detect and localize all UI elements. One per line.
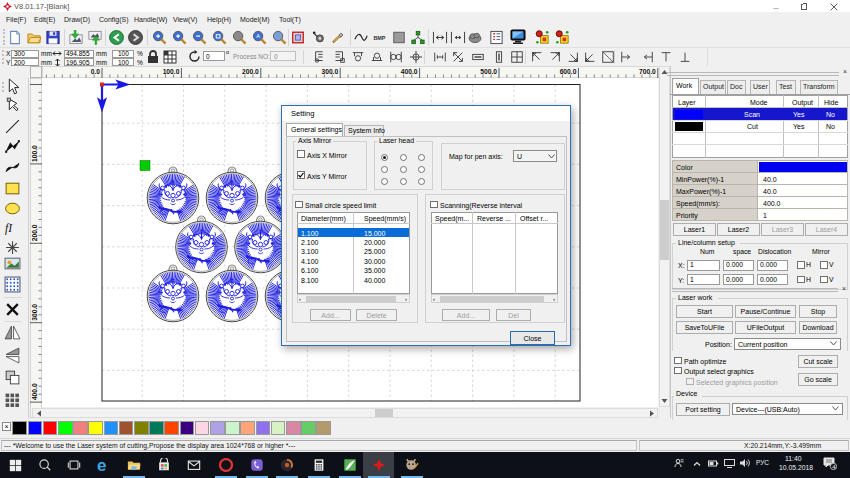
svg-text:200.0: 200.0 — [242, 68, 259, 75]
svg-text:200.0: 200.0 — [31, 224, 38, 241]
svg-text:A: A — [256, 33, 260, 39]
svg-text:300.0: 300.0 — [31, 304, 38, 321]
svg-text:400.0: 400.0 — [31, 383, 38, 400]
svg-text:R: R — [681, 459, 685, 464]
svg-text:600.0: 600.0 — [560, 68, 577, 75]
svg-text:700.0: 700.0 — [639, 68, 656, 75]
svg-text:e: e — [97, 456, 106, 472]
svg-text:100.0: 100.0 — [31, 145, 38, 162]
svg-text:300.0: 300.0 — [321, 68, 338, 75]
svg-text:500.0: 500.0 — [480, 68, 497, 75]
svg-text:BMP: BMP — [373, 35, 385, 41]
svg-text:400.0: 400.0 — [401, 68, 418, 75]
svg-text:100.0: 100.0 — [163, 68, 180, 75]
svg-text:fI: fI — [5, 222, 13, 235]
svg-text:0.0: 0.0 — [91, 68, 101, 75]
